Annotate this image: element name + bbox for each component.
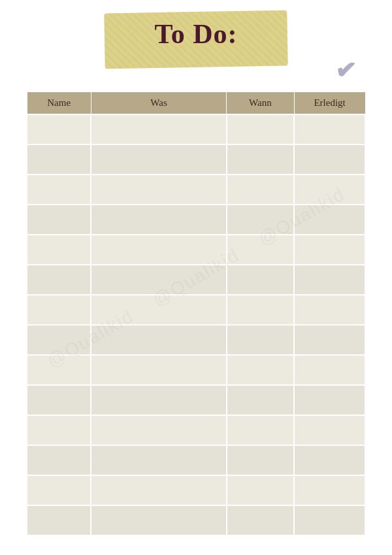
table-cell xyxy=(27,205,91,235)
table-cell xyxy=(27,175,91,205)
table-cell xyxy=(227,445,295,475)
table-cell xyxy=(294,355,365,385)
table-cell xyxy=(27,265,91,295)
table-row xyxy=(27,445,365,475)
table-cell xyxy=(227,415,295,445)
table-cell xyxy=(27,445,91,475)
table-cell xyxy=(91,385,226,415)
table-cell xyxy=(227,385,295,415)
table-row xyxy=(27,325,365,355)
table-cell xyxy=(27,325,91,355)
table-cell xyxy=(227,114,295,144)
table-cell xyxy=(27,295,91,325)
table-cell xyxy=(294,385,365,415)
table-row xyxy=(27,205,365,235)
table-header-row: Name Was Wann Erledigt xyxy=(27,92,365,115)
table-cell xyxy=(294,445,365,475)
table-cell xyxy=(294,295,365,325)
table-row xyxy=(27,144,365,175)
table-cell xyxy=(91,325,226,355)
table-cell xyxy=(294,114,365,144)
table-cell xyxy=(91,295,226,325)
table-cell xyxy=(27,114,91,144)
table-cell xyxy=(227,235,295,265)
table-cell xyxy=(27,415,91,445)
todo-table-wrapper: Name Was Wann Erledigt xyxy=(26,92,366,555)
col-header-was: Was xyxy=(91,92,226,115)
col-header-erledigt: Erledigt xyxy=(294,92,365,115)
table-cell xyxy=(91,205,226,235)
table-cell xyxy=(294,144,365,175)
table-cell xyxy=(91,265,226,295)
table-cell xyxy=(227,505,295,535)
todo-table: Name Was Wann Erledigt xyxy=(26,92,366,536)
table-cell xyxy=(294,325,365,355)
table-cell xyxy=(27,475,91,505)
table-cell xyxy=(227,475,295,505)
table-cell xyxy=(27,385,91,415)
table-cell xyxy=(227,325,295,355)
table-cell xyxy=(294,505,365,535)
table-cell xyxy=(91,445,226,475)
table-row xyxy=(27,175,365,205)
col-header-name: Name xyxy=(27,92,91,115)
table-cell xyxy=(227,175,295,205)
table-cell xyxy=(91,175,226,205)
table-cell xyxy=(294,175,365,205)
table-row xyxy=(27,505,365,535)
page: @Qualikid @Qualikid @Qualikid To Do: ✔ N… xyxy=(0,0,392,555)
page-title: To Do: xyxy=(155,18,238,50)
table-cell xyxy=(27,505,91,535)
table-cell xyxy=(227,355,295,385)
table-cell xyxy=(227,205,295,235)
table-cell xyxy=(227,144,295,175)
table-cell xyxy=(294,415,365,445)
table-cell xyxy=(91,475,226,505)
table-cell xyxy=(27,144,91,175)
col-header-wann: Wann xyxy=(227,92,295,115)
table-cell xyxy=(91,415,226,445)
table-cell xyxy=(294,265,365,295)
table-cell xyxy=(227,265,295,295)
table-cell xyxy=(91,235,226,265)
table-row xyxy=(27,265,365,295)
checkmark-icon: ✔ xyxy=(334,55,357,86)
table-cell xyxy=(294,235,365,265)
table-cell xyxy=(91,505,226,535)
table-cell xyxy=(91,355,226,385)
table-cell xyxy=(227,295,295,325)
table-cell xyxy=(91,114,226,144)
table-row xyxy=(27,235,365,265)
table-cell xyxy=(91,144,226,175)
table-row xyxy=(27,114,365,144)
table-cell xyxy=(294,205,365,235)
table-row xyxy=(27,355,365,385)
header-area: To Do: ✔ xyxy=(0,7,392,92)
table-row xyxy=(27,385,365,415)
table-cell xyxy=(294,475,365,505)
table-cell xyxy=(27,355,91,385)
table-row xyxy=(27,295,365,325)
table-cell xyxy=(27,235,91,265)
table-row xyxy=(27,475,365,505)
table-row xyxy=(27,415,365,445)
